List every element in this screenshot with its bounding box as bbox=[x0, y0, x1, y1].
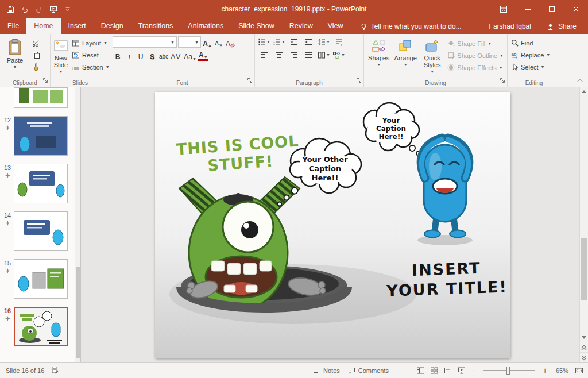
thumbnail-item-11[interactable] bbox=[1, 87, 78, 108]
tab-home[interactable]: Home bbox=[26, 18, 60, 34]
copy-button[interactable] bbox=[29, 49, 43, 60]
layout-button[interactable]: Layout▼ bbox=[71, 37, 111, 48]
minimize-button[interactable] bbox=[516, 0, 540, 18]
tell-me-box[interactable]: Tell me what you want to do... bbox=[360, 18, 462, 34]
quick-styles-button[interactable]: QuickStyles ▼ bbox=[420, 36, 444, 78]
main-vertical-scrollbar[interactable] bbox=[579, 87, 588, 362]
bullets-button[interactable]: ▼ bbox=[257, 36, 271, 47]
thumbnail-item-15[interactable]: 15 bbox=[1, 259, 78, 299]
font-color-button[interactable]: A▼ bbox=[198, 50, 208, 61]
shape-outline-button[interactable]: Shape Outline▼ bbox=[446, 50, 505, 61]
drawing-dialog-launcher[interactable] bbox=[500, 75, 505, 86]
scrollbar-thumb[interactable] bbox=[581, 238, 587, 300]
shape-fill-button[interactable]: Shape Fill▼ bbox=[446, 38, 505, 49]
slide-thumbnail[interactable] bbox=[14, 259, 68, 299]
start-slideshow-button[interactable] bbox=[47, 2, 60, 17]
replace-button[interactable]: abReplace▼ bbox=[510, 49, 551, 60]
undo-button[interactable] bbox=[18, 2, 32, 17]
section-button[interactable]: Section▼ bbox=[71, 61, 111, 72]
maximize-button[interactable] bbox=[540, 0, 564, 18]
tab-insert[interactable]: Insert bbox=[61, 18, 94, 34]
clipboard-dialog-launcher[interactable] bbox=[42, 75, 48, 86]
font-dialog-launcher[interactable] bbox=[247, 75, 253, 86]
strikethrough-button[interactable]: abc bbox=[158, 50, 169, 61]
scrollbar-track[interactable] bbox=[580, 96, 588, 333]
font-size-combo[interactable]: ▼ bbox=[178, 36, 201, 48]
slide-thumbnail[interactable] bbox=[14, 211, 68, 251]
justify-button[interactable] bbox=[302, 49, 316, 60]
tab-design[interactable]: Design bbox=[94, 18, 131, 34]
underline-button[interactable]: U bbox=[136, 50, 146, 61]
new-slide-button[interactable]: New Slide ▼ bbox=[53, 36, 69, 78]
previous-slide-button[interactable] bbox=[580, 342, 588, 352]
zoom-slider-thumb[interactable] bbox=[506, 367, 510, 375]
format-painter-button[interactable] bbox=[29, 61, 43, 72]
italic-button[interactable]: I bbox=[124, 50, 134, 61]
slide-show-view-button[interactable] bbox=[455, 364, 469, 377]
save-button[interactable] bbox=[3, 2, 17, 17]
thumbnail-scrollbar-thumb[interactable] bbox=[76, 267, 80, 358]
slide-sorter-view-button[interactable] bbox=[427, 364, 441, 377]
slide-editing-canvas[interactable]: THIS IS COOL STUFF! bbox=[81, 87, 588, 362]
paste-button[interactable]: Paste ▼ bbox=[2, 36, 28, 78]
thumbnail-item-16[interactable]: 16 bbox=[1, 307, 78, 346]
thumbnail-item-14[interactable]: 14 bbox=[1, 211, 78, 251]
fit-slide-to-window-button[interactable] bbox=[572, 364, 586, 377]
decrease-font-size-button[interactable]: A bbox=[214, 37, 224, 48]
ribbon-display-options-button[interactable] bbox=[492, 0, 516, 18]
text-shadow-button[interactable]: S bbox=[147, 50, 157, 61]
columns-button[interactable]: ▼ bbox=[317, 49, 331, 60]
slide-thumbnail-current[interactable] bbox=[14, 307, 68, 346]
zoom-slider[interactable] bbox=[483, 370, 535, 371]
reading-view-button[interactable] bbox=[441, 364, 455, 377]
align-left-button[interactable] bbox=[257, 49, 271, 60]
increase-font-size-button[interactable]: A bbox=[202, 37, 212, 48]
bold-button[interactable]: B bbox=[113, 50, 123, 61]
arrange-button[interactable]: Arrange ▼ bbox=[393, 36, 417, 78]
convert-to-smartart-button[interactable]: ▼ bbox=[332, 49, 346, 60]
zoom-in-button[interactable]: + bbox=[540, 364, 550, 377]
scroll-down-button[interactable] bbox=[580, 333, 588, 342]
thumbnail-item-12[interactable]: 12 bbox=[1, 116, 78, 156]
current-slide[interactable]: THIS IS COOL STUFF! bbox=[155, 92, 510, 358]
close-button[interactable] bbox=[564, 0, 588, 18]
reset-button[interactable]: Reset bbox=[71, 49, 111, 60]
align-center-button[interactable] bbox=[272, 49, 286, 60]
normal-view-button[interactable] bbox=[413, 364, 427, 377]
zoom-level[interactable]: 65% bbox=[550, 367, 568, 374]
slide-thumbnail[interactable] bbox=[14, 87, 68, 108]
character-spacing-button[interactable]: AV bbox=[170, 50, 182, 61]
customize-qat-button[interactable] bbox=[61, 2, 75, 17]
align-right-button[interactable] bbox=[287, 49, 301, 60]
tab-animations[interactable]: Animations bbox=[180, 18, 231, 34]
tab-transitions[interactable]: Transitions bbox=[131, 18, 181, 34]
collapse-ribbon-button[interactable] bbox=[577, 75, 583, 85]
shapes-button[interactable]: Shapes ▼ bbox=[366, 36, 391, 78]
increase-indent-button[interactable] bbox=[302, 36, 316, 47]
paragraph-dialog-launcher[interactable] bbox=[356, 75, 362, 86]
shape-effects-button[interactable]: Shape Effects▼ bbox=[446, 62, 505, 73]
numbering-button[interactable]: ▼ bbox=[272, 36, 286, 47]
change-case-button[interactable]: Aa▼ bbox=[183, 50, 197, 61]
notes-toggle-button[interactable]: Notes bbox=[309, 363, 344, 378]
line-spacing-button[interactable]: ▼ bbox=[317, 36, 331, 47]
share-button[interactable]: Share bbox=[541, 19, 582, 34]
decrease-indent-button[interactable] bbox=[287, 36, 301, 47]
proofing-button[interactable] bbox=[51, 366, 59, 375]
thumbnail-scrollbar[interactable] bbox=[75, 87, 80, 362]
next-slide-button[interactable] bbox=[580, 352, 588, 362]
select-button[interactable]: Select▼ bbox=[510, 61, 551, 72]
thumbnail-item-13[interactable]: 13 bbox=[1, 164, 78, 203]
redo-button[interactable] bbox=[32, 2, 46, 17]
clear-formatting-button[interactable]: A bbox=[225, 37, 235, 48]
zoom-out-button[interactable]: − bbox=[469, 364, 479, 377]
font-name-combo[interactable]: ▼ bbox=[113, 36, 177, 48]
slide-thumbnail[interactable] bbox=[14, 116, 68, 156]
tab-file[interactable]: File bbox=[0, 18, 26, 34]
tab-review[interactable]: Review bbox=[282, 18, 320, 34]
cut-button[interactable] bbox=[29, 37, 43, 48]
slide-thumbnail[interactable] bbox=[14, 164, 68, 203]
user-name[interactable]: Farshad Iqbal bbox=[489, 22, 531, 30]
tab-slide-show[interactable]: Slide Show bbox=[231, 18, 282, 34]
tab-view[interactable]: View bbox=[320, 18, 351, 34]
